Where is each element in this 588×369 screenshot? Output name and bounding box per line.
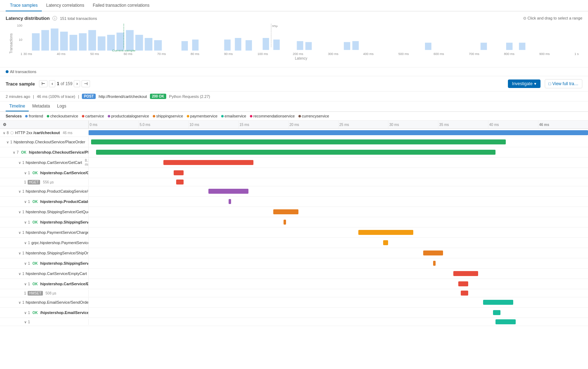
- row-right-3: [89, 148, 588, 156]
- span-bar: [433, 261, 436, 266]
- info-icon[interactable]: i: [52, 16, 57, 21]
- row-left-5: ∨ 1 OK hipstershop.CartService/GetCart 7…: [0, 168, 89, 178]
- span-name: hipstershop.ShippingService/ShipOrder: [40, 261, 89, 265]
- table-row: ∨ 1 OK hipstershop.CartService/GetCart 7…: [0, 168, 588, 178]
- svg-rect-9: [117, 33, 124, 51]
- row-left-10: ∨ 1 OK hipstershop.ShippingService/GetQu…: [0, 217, 89, 227]
- service-cart: cartservice: [82, 114, 104, 118]
- span-name: grpc.hipstershop.PaymentService/Charge: [32, 241, 89, 245]
- trace-time-ago: 2 minutes ago: [6, 94, 30, 99]
- svg-rect-4: [69, 35, 77, 50]
- expand-icon[interactable]: ∨: [18, 161, 21, 165]
- svg-rect-8: [107, 35, 115, 50]
- timeline-header: ⚙ 0 ms 5.0 ms 10 ms 15 ms 20 ms 25 ms 30…: [0, 121, 588, 129]
- tab-timeline[interactable]: Timeline: [6, 101, 29, 111]
- table-row: ∨ 8 ⬡ HTTP 2xx /cart/checkout 46 ms: [0, 129, 588, 137]
- expand-icon[interactable]: ∨: [24, 282, 27, 286]
- nav-prev-btn[interactable]: ‹: [49, 80, 55, 87]
- x-tick: 100 ms: [258, 52, 268, 56]
- settings-icon[interactable]: ⚙: [3, 122, 6, 127]
- count-badge: 1: [10, 140, 12, 144]
- tab-logs[interactable]: Logs: [54, 101, 70, 111]
- row-right-19: [89, 309, 588, 316]
- row-left-1: ∨ 8 ⬡ HTTP 2xx /cart/checkout 46 ms: [0, 130, 89, 136]
- timeline-tabs: Timeline Metadata Logs: [0, 101, 588, 112]
- svg-text:Current sample: Current sample: [112, 49, 135, 52]
- row-left-13: ∨ 1 hipstershop.ShippingService/ShipOrde…: [0, 248, 89, 258]
- tab-metadata[interactable]: Metadata: [29, 101, 54, 111]
- count-badge: 1: [22, 161, 24, 165]
- x-axis-label: Latency: [295, 56, 307, 60]
- expand-icon[interactable]: ∨: [3, 131, 5, 135]
- count-badge: 1: [28, 241, 30, 245]
- span-duration: 8.3 ms: [85, 159, 89, 166]
- expand-icon[interactable]: ∨: [24, 220, 27, 224]
- tick-10ms: 10 ms: [189, 121, 239, 128]
- svg-rect-26: [306, 42, 312, 50]
- count-badge: 1: [28, 200, 30, 204]
- row-left-7: ∨ 1 hipstershop.ProductCatalogService/Ge…: [0, 186, 89, 196]
- tab-failed-transaction-correlations[interactable]: Failed transaction correlations: [89, 0, 154, 11]
- svg-rect-16: [181, 41, 188, 51]
- expand-icon[interactable]: ∨: [13, 150, 15, 154]
- svg-rect-20: [246, 40, 252, 50]
- svg-rect-5: [79, 33, 87, 51]
- latency-chart[interactable]: Current sample 95p: [23, 24, 579, 52]
- count-badge: 1: [22, 272, 24, 276]
- expand-icon[interactable]: ∨: [24, 200, 27, 204]
- expand-icon[interactable]: ∨: [24, 241, 27, 245]
- expand-icon[interactable]: ∨: [18, 210, 21, 214]
- service-recommendation-label: recommendationservice: [253, 114, 295, 118]
- tick-15ms: 15 ms: [239, 121, 289, 128]
- hget-badge: HGET: [28, 180, 40, 184]
- nav-first-btn[interactable]: ⊢: [39, 80, 47, 87]
- investigate-button[interactable]: Investigate ▾: [508, 79, 541, 88]
- latency-header: Latency distribution i 151 total transac…: [6, 16, 582, 21]
- expand-icon[interactable]: ∨: [6, 140, 9, 144]
- count-badge: 1: [28, 320, 30, 324]
- expand-icon[interactable]: ∨: [18, 231, 21, 235]
- expand-icon[interactable]: ∨: [18, 301, 21, 304]
- row-left-11: ∨ 1 hipstershop.PaymentService/Charge 5.…: [0, 227, 89, 237]
- col-timeline-header: 0 ms 5.0 ms 10 ms 15 ms 20 ms 25 ms 30 m…: [89, 121, 588, 128]
- tick-40ms: 40 ms: [488, 121, 538, 128]
- row-left-15: ∨ 1 hipstershop.CartService/EmptyCart 2.…: [0, 269, 89, 279]
- row-right-17: [89, 289, 588, 297]
- count-badge: 1: [22, 210, 24, 214]
- expand-icon[interactable]: ∨: [24, 311, 27, 315]
- trace-sample-header: Trace sample ⊢ ‹ 1 of 159 › ⊣ Investigat…: [0, 76, 588, 92]
- timeline-container: ⚙ 0 ms 5.0 ms 10 ms 15 ms 20 ms 25 ms 30…: [0, 121, 588, 326]
- expand-icon[interactable]: ∨: [24, 171, 27, 175]
- tick-30ms: 30 ms: [388, 121, 438, 128]
- table-row: ∨ 1 OK hipstershop.ShippingService/ShipO…: [0, 258, 588, 269]
- service-productcatalog-label: productcatalogservice: [111, 114, 149, 118]
- table-row: 1 HGET 556 µs: [0, 178, 588, 186]
- service-cart-dot: [82, 115, 84, 117]
- row-right-9: [89, 208, 588, 216]
- row-right-13: [89, 249, 588, 257]
- x-tick: 40 ms: [57, 52, 66, 56]
- nav-last-btn[interactable]: ⊣: [82, 80, 90, 87]
- row-left-17: 1 HMSET 508 µs: [0, 290, 89, 297]
- trace-agent: Python Requests (2.27): [169, 94, 210, 99]
- nav-next-btn[interactable]: ›: [74, 80, 80, 87]
- tab-latency-correlations[interactable]: Latency correlations: [42, 0, 88, 11]
- expand-icon[interactable]: ∨: [18, 251, 21, 255]
- span-name: hipstershop.ProductCatalogService/GetPro…: [26, 189, 89, 193]
- latency-title: Latency distribution: [6, 16, 50, 21]
- expand-icon[interactable]: ∨: [18, 189, 21, 193]
- row-left-2: ∨ 1 hipstershop.CheckoutService/PlaceOrd…: [0, 137, 89, 147]
- hmset-badge: HMSET: [28, 291, 43, 296]
- tab-trace-samples[interactable]: Trace samples: [6, 0, 42, 11]
- service-icon: ⬡: [10, 131, 14, 135]
- timeline-ticks: 0 ms 5.0 ms 10 ms 15 ms 20 ms 25 ms 30 m…: [89, 121, 588, 128]
- expand-icon[interactable]: ∨: [24, 261, 27, 265]
- latency-section: Latency distribution i 151 total transac…: [0, 11, 588, 67]
- service-frontend-dot: [25, 115, 28, 117]
- expand-icon[interactable]: ∨: [18, 272, 21, 276]
- expand-icon[interactable]: ∨: [24, 320, 27, 324]
- svg-rect-0: [32, 33, 40, 51]
- service-currency-dot: [298, 115, 301, 117]
- view-full-trace-button[interactable]: □ View full tra…: [545, 79, 582, 88]
- row-right-18: [89, 298, 588, 306]
